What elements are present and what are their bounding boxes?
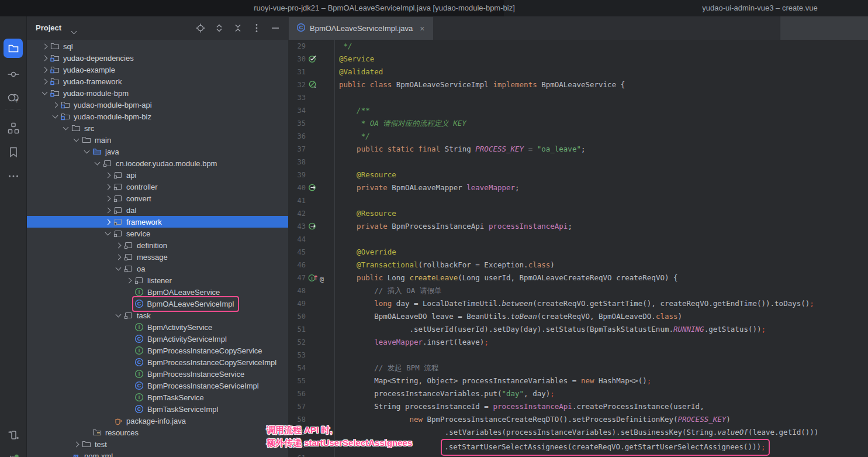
bean-check-icon[interactable]	[308, 54, 317, 66]
editor-tab[interactable]: C BpmOALeaveServiceImpl.java ×	[289, 17, 433, 40]
code-line-37[interactable]: 37 public static final String PROCESS_KE…	[288, 143, 868, 156]
tree-item-controller[interactable]: controller	[27, 181, 288, 193]
tree-item-bpmprocessinstanceservice[interactable]: IBpmProcessInstanceService	[27, 368, 288, 380]
project-icon[interactable]	[4, 39, 23, 58]
tree-item-definition[interactable]: definition	[27, 239, 288, 251]
tree-item-pom-xml[interactable]: mpom.xml	[27, 450, 288, 457]
tree-item-java[interactable]: java	[27, 146, 288, 157]
chevron-right-icon[interactable]	[113, 240, 124, 250]
chevron-down-icon[interactable]	[113, 310, 124, 321]
code-line-47[interactable]: 47I@ public Long createLeave(Long userId…	[288, 272, 868, 284]
bookmarks-icon[interactable]	[4, 142, 23, 162]
chevron-right-icon[interactable]	[103, 193, 113, 204]
code-line-34[interactable]: 34 /**	[288, 104, 868, 117]
tree-item-bpmprocessinstanceserviceimpl[interactable]: CBpmProcessInstanceServiceImpl	[27, 380, 288, 391]
line-number[interactable]: 53	[288, 349, 306, 362]
code-line-40[interactable]: 40 private BpmOALeaveMapper leaveMapper;	[288, 181, 868, 194]
line-number[interactable]: 51	[288, 323, 306, 336]
chevron-down-icon[interactable]	[92, 158, 103, 169]
services-icon[interactable]	[4, 425, 23, 444]
autowire-icon[interactable]	[308, 183, 317, 194]
hide-icon[interactable]	[269, 22, 281, 34]
code-line-52[interactable]: 52 leaveMapper.insert(leave);	[288, 336, 868, 349]
tree-item-resources[interactable]: resources	[27, 427, 288, 438]
line-number[interactable]: 32	[288, 78, 306, 91]
chevron-right-icon[interactable]	[103, 205, 113, 215]
code-line-51[interactable]: 51 .setUserId(userId).setDay(day).setSta…	[288, 323, 868, 336]
tree-item-task[interactable]: task	[27, 310, 288, 321]
gutter-icons[interactable]	[308, 80, 317, 91]
tree-item-framework[interactable]: framework	[27, 216, 288, 228]
code-line-53[interactable]: 53	[288, 349, 868, 362]
chevron-right-icon[interactable]	[124, 275, 134, 286]
line-number[interactable]: 35	[288, 117, 306, 130]
line-number[interactable]: 61	[288, 452, 306, 457]
line-number[interactable]: 38	[288, 156, 306, 169]
chevron-down-icon[interactable]	[61, 123, 71, 133]
autowire-icon[interactable]	[308, 222, 317, 233]
line-number[interactable]: 52	[288, 336, 306, 349]
tree-item-test[interactable]: test	[27, 438, 288, 450]
code-line-35[interactable]: 35 * OA 请假对应的流程定义 KEY	[288, 117, 868, 130]
gutter-icons[interactable]	[308, 183, 317, 194]
line-number[interactable]: 47	[288, 272, 306, 284]
tree-item-bpmtaskserviceimpl[interactable]: CBpmTaskServiceImpl	[27, 403, 288, 415]
chevron-right-icon[interactable]	[113, 252, 124, 262]
more-icon[interactable]	[4, 166, 23, 185]
code-line-43[interactable]: 43 private BpmProcessInstanceApi process…	[288, 220, 868, 233]
line-number[interactable]: 43	[288, 220, 306, 233]
line-number[interactable]: 39	[288, 169, 306, 181]
code-line-44[interactable]: 44	[288, 233, 868, 246]
code-line-41[interactable]: 41	[288, 194, 868, 207]
code-line-54[interactable]: 54 // 发起 BPM 流程	[288, 362, 868, 374]
tree-item-convert[interactable]: convert	[27, 193, 288, 204]
code-line-55[interactable]: 55 Map<String, Object> processInstanceVa…	[288, 374, 868, 387]
chevron-down-icon[interactable]	[113, 263, 124, 274]
line-number[interactable]: 45	[288, 246, 306, 259]
impl-icon[interactable]: I	[308, 273, 318, 284]
code-line-48[interactable]: 48 // 插入 OA 请假单	[288, 284, 868, 297]
line-number[interactable]: 48	[288, 284, 306, 297]
line-number[interactable]: 56	[288, 387, 306, 400]
tree-item-oa[interactable]: oa	[27, 263, 288, 274]
tree-item-bpmtaskservice[interactable]: IBpmTaskService	[27, 391, 288, 403]
code-line-42[interactable]: 42 @Resource	[288, 207, 868, 220]
pull-requests-icon[interactable]: ?	[4, 88, 23, 108]
line-number[interactable]: 31	[288, 66, 306, 78]
line-number[interactable]: 44	[288, 233, 306, 246]
options-icon[interactable]	[251, 22, 262, 34]
tree-item-yudao-example[interactable]: yudao-example	[27, 64, 288, 75]
tree-item-package-info-java[interactable]: package-info.java	[27, 415, 288, 427]
gutter-icons[interactable]	[308, 222, 317, 233]
code-line-45[interactable]: 45 @Override	[288, 246, 868, 259]
code-editor[interactable]: 29 */30@Service31@Validated32public clas…	[288, 40, 868, 457]
tree-item-yudao-module-bpm[interactable]: yudao-module-bpm	[27, 87, 288, 99]
line-number[interactable]: 30	[288, 53, 306, 66]
gutter-icons[interactable]: I@	[308, 273, 324, 284]
tree-item-bpmprocessinstancecopyservice[interactable]: IBpmProcessInstanceCopyService	[27, 345, 288, 356]
line-number[interactable]: 42	[288, 207, 306, 220]
code-line-32[interactable]: 32public class BpmOALeaveServiceImpl imp…	[288, 78, 868, 91]
tree-item-bpmprocessinstancecopyserviceimpl[interactable]: CBpmProcessInstanceCopyServiceImpl	[27, 356, 288, 368]
line-number[interactable]: 33	[288, 91, 306, 104]
code-line-56[interactable]: 56 processInstanceVariables.put("day", d…	[288, 387, 868, 400]
tree-item-message[interactable]: message	[27, 251, 288, 263]
tree-item-src[interactable]: src	[27, 122, 288, 134]
line-number[interactable]: 57	[288, 400, 306, 413]
code-line-49[interactable]: 49 long day = LocalDateTimeUtil.between(…	[288, 297, 868, 310]
expand-all-icon[interactable]	[213, 22, 225, 34]
code-line-39[interactable]: 39 @Resource	[288, 169, 868, 181]
line-number[interactable]: 41	[288, 194, 306, 207]
tree-item-sql[interactable]: sql	[27, 40, 288, 52]
structure-icon[interactable]	[4, 118, 23, 138]
chevron-down-icon[interactable]	[71, 135, 82, 145]
code-line-50[interactable]: 50 BpmOALeaveDO leave = BeanUtils.toBean…	[288, 310, 868, 323]
tree-item-api[interactable]: api	[27, 169, 288, 181]
chevron-right-icon[interactable]	[40, 76, 50, 87]
line-number[interactable]: 36	[288, 130, 306, 143]
tree-item-yudao-dependencies[interactable]: yudao-dependencies	[27, 52, 288, 64]
code-line-46[interactable]: 46 @Transactional(rollbackFor = Exceptio…	[288, 259, 868, 272]
line-number[interactable]: 37	[288, 143, 306, 156]
bean-icon[interactable]	[308, 80, 317, 91]
tree-item-service[interactable]: service	[27, 228, 288, 239]
